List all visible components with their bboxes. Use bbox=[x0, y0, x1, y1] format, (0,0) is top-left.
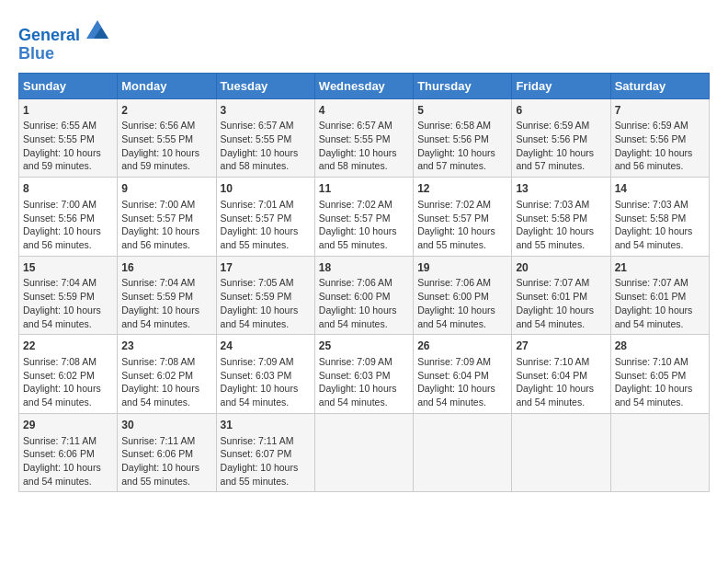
calendar-cell: 24Sunrise: 7:09 AMSunset: 6:03 PMDayligh… bbox=[216, 335, 314, 414]
day-number: 20 bbox=[516, 260, 606, 276]
day-info: Sunrise: 7:05 AMSunset: 5:59 PMDaylight:… bbox=[221, 276, 311, 330]
calendar-cell: 8Sunrise: 7:00 AMSunset: 5:56 PMDaylight… bbox=[19, 178, 118, 257]
calendar-cell: 14Sunrise: 7:03 AMSunset: 5:58 PMDayligh… bbox=[610, 178, 709, 257]
calendar-cell: 25Sunrise: 7:09 AMSunset: 6:03 PMDayligh… bbox=[314, 335, 413, 414]
calendar-cell: 29Sunrise: 7:11 AMSunset: 6:06 PMDayligh… bbox=[19, 413, 118, 492]
calendar-cell: 10Sunrise: 7:01 AMSunset: 5:57 PMDayligh… bbox=[216, 178, 314, 257]
header-thursday: Thursday bbox=[414, 73, 512, 98]
day-info: Sunrise: 7:09 AMSunset: 6:03 PMDaylight:… bbox=[221, 355, 311, 409]
day-info: Sunrise: 6:58 AMSunset: 5:56 PMDaylight:… bbox=[417, 119, 507, 173]
day-number: 6 bbox=[516, 103, 606, 119]
calendar-cell: 19Sunrise: 7:06 AMSunset: 6:00 PMDayligh… bbox=[414, 256, 512, 335]
day-info: Sunrise: 7:11 AMSunset: 6:06 PMDaylight:… bbox=[121, 434, 211, 488]
day-info: Sunrise: 6:59 AMSunset: 5:56 PMDaylight:… bbox=[516, 119, 606, 173]
calendar-week-row: 1Sunrise: 6:55 AMSunset: 5:55 PMDaylight… bbox=[19, 98, 710, 178]
calendar-table: SundayMondayTuesdayWednesdayThursdayFrid… bbox=[18, 73, 710, 493]
day-number: 31 bbox=[221, 418, 311, 433]
day-number: 7 bbox=[615, 103, 705, 119]
day-number: 15 bbox=[23, 260, 113, 276]
calendar-cell: 30Sunrise: 7:11 AMSunset: 6:06 PMDayligh… bbox=[118, 413, 216, 492]
page-header: General Blue bbox=[18, 18, 710, 63]
calendar-cell: 26Sunrise: 7:09 AMSunset: 6:04 PMDayligh… bbox=[414, 335, 512, 414]
calendar-cell: 2Sunrise: 6:56 AMSunset: 5:55 PMDaylight… bbox=[118, 98, 216, 178]
day-info: Sunrise: 7:02 AMSunset: 5:57 PMDaylight:… bbox=[417, 198, 507, 252]
calendar-week-row: 22Sunrise: 7:08 AMSunset: 6:02 PMDayligh… bbox=[19, 335, 710, 414]
day-number: 23 bbox=[121, 339, 211, 354]
day-info: Sunrise: 7:09 AMSunset: 6:03 PMDaylight:… bbox=[319, 355, 409, 409]
calendar-cell: 5Sunrise: 6:58 AMSunset: 5:56 PMDaylight… bbox=[414, 98, 512, 178]
calendar-cell: 11Sunrise: 7:02 AMSunset: 5:57 PMDayligh… bbox=[314, 178, 413, 257]
day-info: Sunrise: 7:03 AMSunset: 5:58 PMDaylight:… bbox=[615, 198, 705, 252]
day-info: Sunrise: 7:04 AMSunset: 5:59 PMDaylight:… bbox=[23, 276, 113, 330]
day-number: 29 bbox=[23, 418, 113, 433]
day-number: 25 bbox=[319, 339, 409, 354]
calendar-week-row: 8Sunrise: 7:00 AMSunset: 5:56 PMDaylight… bbox=[19, 178, 710, 257]
day-number: 18 bbox=[319, 260, 409, 276]
day-info: Sunrise: 6:56 AMSunset: 5:55 PMDaylight:… bbox=[121, 119, 211, 173]
calendar-week-row: 15Sunrise: 7:04 AMSunset: 5:59 PMDayligh… bbox=[19, 256, 710, 335]
calendar-cell: 17Sunrise: 7:05 AMSunset: 5:59 PMDayligh… bbox=[216, 256, 314, 335]
calendar-cell bbox=[610, 413, 709, 492]
day-info: Sunrise: 7:08 AMSunset: 6:02 PMDaylight:… bbox=[121, 355, 211, 409]
day-number: 19 bbox=[417, 260, 507, 276]
day-number: 5 bbox=[417, 103, 507, 119]
day-number: 14 bbox=[615, 181, 705, 197]
day-info: Sunrise: 7:02 AMSunset: 5:57 PMDaylight:… bbox=[319, 198, 409, 252]
header-friday: Friday bbox=[512, 73, 610, 98]
logo-general: General bbox=[18, 26, 80, 44]
day-info: Sunrise: 7:04 AMSunset: 5:59 PMDaylight:… bbox=[121, 276, 211, 330]
day-info: Sunrise: 7:01 AMSunset: 5:57 PMDaylight:… bbox=[221, 198, 311, 252]
day-info: Sunrise: 6:57 AMSunset: 5:55 PMDaylight:… bbox=[221, 119, 311, 173]
day-info: Sunrise: 6:57 AMSunset: 5:55 PMDaylight:… bbox=[319, 119, 409, 173]
calendar-cell: 7Sunrise: 6:59 AMSunset: 5:56 PMDaylight… bbox=[610, 98, 709, 178]
calendar-cell: 3Sunrise: 6:57 AMSunset: 5:55 PMDaylight… bbox=[216, 98, 314, 178]
calendar-cell: 31Sunrise: 7:11 AMSunset: 6:07 PMDayligh… bbox=[216, 413, 314, 492]
calendar-header-row: SundayMondayTuesdayWednesdayThursdayFrid… bbox=[19, 73, 710, 98]
day-number: 17 bbox=[221, 260, 311, 276]
calendar-cell: 20Sunrise: 7:07 AMSunset: 6:01 PMDayligh… bbox=[512, 256, 610, 335]
day-number: 10 bbox=[221, 181, 311, 197]
day-info: Sunrise: 6:59 AMSunset: 5:56 PMDaylight:… bbox=[615, 119, 705, 173]
calendar-cell: 21Sunrise: 7:07 AMSunset: 6:01 PMDayligh… bbox=[610, 256, 709, 335]
day-number: 24 bbox=[221, 339, 311, 354]
day-number: 28 bbox=[615, 339, 705, 354]
calendar-cell: 27Sunrise: 7:10 AMSunset: 6:04 PMDayligh… bbox=[512, 335, 610, 414]
calendar-cell: 12Sunrise: 7:02 AMSunset: 5:57 PMDayligh… bbox=[414, 178, 512, 257]
day-info: Sunrise: 7:10 AMSunset: 6:05 PMDaylight:… bbox=[615, 355, 705, 409]
calendar-cell: 6Sunrise: 6:59 AMSunset: 5:56 PMDaylight… bbox=[512, 98, 610, 178]
calendar-week-row: 29Sunrise: 7:11 AMSunset: 6:06 PMDayligh… bbox=[19, 413, 710, 492]
day-info: Sunrise: 7:08 AMSunset: 6:02 PMDaylight:… bbox=[23, 355, 113, 409]
day-number: 2 bbox=[121, 103, 211, 119]
day-number: 22 bbox=[23, 339, 113, 354]
calendar-cell: 28Sunrise: 7:10 AMSunset: 6:05 PMDayligh… bbox=[610, 335, 709, 414]
day-info: Sunrise: 6:55 AMSunset: 5:55 PMDaylight:… bbox=[23, 119, 113, 173]
day-number: 13 bbox=[516, 181, 606, 197]
day-number: 8 bbox=[23, 181, 113, 197]
calendar-cell: 13Sunrise: 7:03 AMSunset: 5:58 PMDayligh… bbox=[512, 178, 610, 257]
day-info: Sunrise: 7:10 AMSunset: 6:04 PMDaylight:… bbox=[516, 355, 606, 409]
day-info: Sunrise: 7:03 AMSunset: 5:58 PMDaylight:… bbox=[516, 198, 606, 252]
day-number: 9 bbox=[121, 181, 211, 197]
day-number: 11 bbox=[319, 181, 409, 197]
logo-icon bbox=[86, 18, 108, 40]
header-saturday: Saturday bbox=[610, 73, 709, 98]
day-info: Sunrise: 7:09 AMSunset: 6:04 PMDaylight:… bbox=[417, 355, 507, 409]
calendar-cell: 23Sunrise: 7:08 AMSunset: 6:02 PMDayligh… bbox=[118, 335, 216, 414]
calendar-cell: 22Sunrise: 7:08 AMSunset: 6:02 PMDayligh… bbox=[19, 335, 118, 414]
day-info: Sunrise: 7:07 AMSunset: 6:01 PMDaylight:… bbox=[516, 276, 606, 330]
day-number: 16 bbox=[121, 260, 211, 276]
calendar-cell: 15Sunrise: 7:04 AMSunset: 5:59 PMDayligh… bbox=[19, 256, 118, 335]
day-number: 27 bbox=[516, 339, 606, 354]
calendar-cell bbox=[314, 413, 413, 492]
day-number: 26 bbox=[417, 339, 507, 354]
calendar-cell: 1Sunrise: 6:55 AMSunset: 5:55 PMDaylight… bbox=[19, 98, 118, 178]
day-info: Sunrise: 7:06 AMSunset: 6:00 PMDaylight:… bbox=[417, 276, 507, 330]
calendar-cell: 9Sunrise: 7:00 AMSunset: 5:57 PMDaylight… bbox=[118, 178, 216, 257]
header-sunday: Sunday bbox=[19, 73, 118, 98]
day-number: 1 bbox=[23, 103, 113, 119]
day-number: 4 bbox=[319, 103, 409, 119]
day-info: Sunrise: 7:11 AMSunset: 6:07 PMDaylight:… bbox=[221, 434, 311, 488]
logo-blue: Blue bbox=[18, 45, 108, 63]
day-number: 12 bbox=[417, 181, 507, 197]
calendar-cell: 4Sunrise: 6:57 AMSunset: 5:55 PMDaylight… bbox=[314, 98, 413, 178]
